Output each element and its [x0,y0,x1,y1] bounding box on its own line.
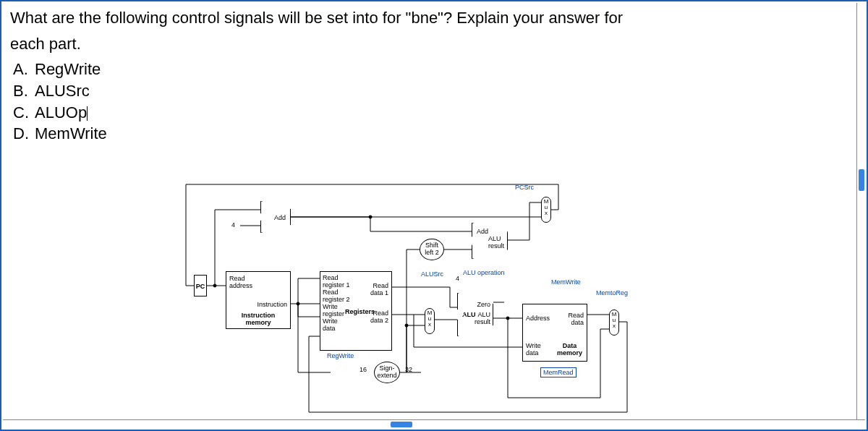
pcsrc-signal: PCSrc [515,184,534,191]
read-data1-label: Read data 1 [370,282,388,296]
registers-block: Read register 1 Read register 2 Write re… [320,271,392,351]
constant-four: 4 [231,221,235,229]
sign-extend: Sign- extend [374,362,400,383]
instruction-label: Instruction [257,301,287,308]
memwrite-signal: MemWrite [551,278,581,286]
scrollbar-thumb[interactable] [859,169,864,191]
write-data-mem-label: Write data [526,342,541,357]
part-letter: B. [13,80,35,102]
data-memory-label: Data memory [557,342,582,357]
svg-point-14 [369,216,372,218]
part-d: D.MemWrite [13,123,858,145]
part-c: C.ALUOp [13,102,858,124]
alu-op-bus-4: 4 [456,275,459,282]
alusrc-signal: ALUSrc [421,270,443,278]
alu-label: ALU [462,311,476,318]
zero-label: Zero [477,301,490,308]
part-text: MemWrite [35,124,107,142]
alu-result-label: ALU result [488,235,504,249]
part-a: A.RegWrite [13,59,858,80]
memread-signal: MemRead [540,367,576,377]
question-line-2: each part. [10,33,858,55]
alu-result-label: ALU result [475,311,490,325]
bus-32: 32 [405,366,412,373]
pc-block: PC [194,275,207,296]
horizontal-scrollbar[interactable] [3,419,865,428]
add-label: Add [274,214,286,221]
alu-operation-signal: ALU operation [463,269,505,276]
registers-label: Registers [345,308,375,315]
part-letter: D. [13,123,35,145]
regwrite-signal: RegWrite [327,352,354,359]
shift-left-2: Shift left 2 [420,239,444,260]
pc-adder: Add [260,201,291,233]
memtoreg-mux: M u x [609,310,619,336]
part-b: B.ALUSrc [13,80,858,102]
read-address-label: Read address [229,275,287,289]
question-line-1: What are the following control signals w… [10,7,858,29]
svg-point-13 [506,317,509,320]
part-text: ALUSrc [35,82,90,100]
svg-point-10 [213,284,216,287]
data-memory-block: Address Write data Read data Data memory [522,304,587,362]
vertical-scrollbar[interactable] [856,3,865,419]
alu-block: ALU Zero ALU result [457,293,493,336]
instruction-memory-block: Read address Instruction Instruction mem… [226,271,291,329]
part-text: ALUOp [35,103,87,121]
instruction-memory-label: Instruction memory [226,312,290,326]
part-letter: A. [13,59,35,80]
read-data-mem-label: Read data [568,312,584,326]
memtoreg-signal: MemtoReg [596,289,628,296]
address-label: Address [526,315,550,322]
add-label: Add [477,228,488,235]
branch-adder: Add ALU result [472,223,508,259]
bus-16: 16 [359,366,367,373]
answer-parts-list: A.RegWrite B.ALUSrc C.ALUOp D.MemWrite [10,59,858,145]
scrollbar-thumb[interactable] [391,422,412,427]
text-cursor [87,106,88,121]
pcsrc-mux: M u x [541,197,551,223]
svg-point-11 [297,302,299,305]
svg-point-12 [405,324,408,327]
alusrc-mux: M u x [425,308,435,334]
part-text: RegWrite [35,60,101,78]
mips-datapath-diagram: PC Read address Instruction Instruction … [182,181,645,427]
part-letter: C. [13,102,35,124]
